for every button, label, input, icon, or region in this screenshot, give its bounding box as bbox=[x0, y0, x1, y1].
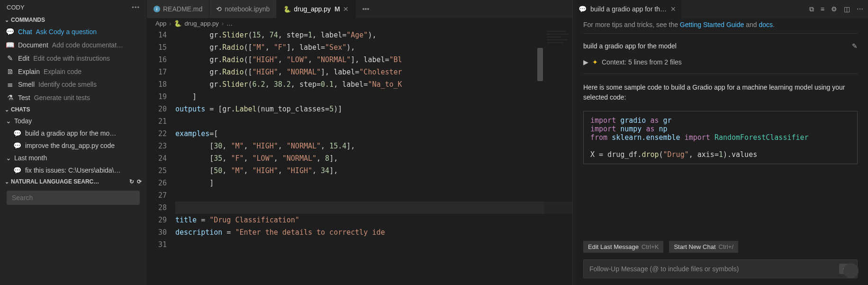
send-button[interactable] bbox=[843, 263, 859, 278]
chevron-right-icon: › bbox=[169, 20, 171, 27]
code-editor[interactable]: 141516171819202122232425262728293031 gr.… bbox=[147, 29, 572, 285]
edit-icon[interactable]: ✎ bbox=[852, 42, 858, 50]
tab-notebook-ipynb[interactable]: ⟲notebook.ipynb bbox=[209, 0, 277, 18]
code-line-22[interactable]: examples=[ bbox=[175, 128, 572, 140]
list-icon: ≣ bbox=[6, 80, 14, 89]
cody-body: For more tips and tricks, see the Gettin… bbox=[573, 18, 868, 238]
code-line-29[interactable]: title = "Drug Classification" bbox=[175, 214, 572, 226]
breadcrumb[interactable]: App › 🐍 drug_app.py › … bbox=[147, 18, 572, 29]
commands-header[interactable]: ⌄ COMMANDS bbox=[0, 15, 146, 25]
chat-group-last-month[interactable]: ⌄Last month bbox=[0, 152, 146, 164]
command-smell[interactable]: ≣ Smell Identify code smells bbox=[0, 78, 146, 91]
refresh-icon[interactable]: ↻ bbox=[129, 178, 134, 185]
tab-README-md[interactable]: iREADME.md bbox=[147, 0, 209, 18]
scrollbar-thumb[interactable] bbox=[537, 48, 543, 81]
minimap[interactable] bbox=[544, 29, 572, 285]
chat-item[interactable]: 💬fix this issues: C:\Users\abida\… bbox=[0, 164, 146, 176]
play-icon: ▶ bbox=[583, 58, 588, 66]
code-line-30[interactable]: description = "Enter the details to corr… bbox=[175, 226, 572, 239]
chat-item[interactable]: 💬build a gradio app for the mo… bbox=[0, 127, 146, 139]
code-line-14[interactable]: gr.Slider(15, 74, step=1, label="Age"), bbox=[175, 29, 572, 41]
code-line-17[interactable]: gr.Radio(["HIGH", "NORMAL"], label="Chol… bbox=[175, 66, 572, 78]
code-line-20[interactable]: outputs = [gr.Label(num_top_classes=5)] bbox=[175, 103, 572, 115]
split-icon[interactable]: ◫ bbox=[844, 5, 850, 13]
code-body[interactable]: gr.Slider(15, 74, step=1, label="Age"), … bbox=[175, 29, 572, 285]
code-sample[interactable]: import gradio as gr import numpy as np f… bbox=[583, 111, 858, 164]
sidebar-header: CODY ••• bbox=[0, 0, 146, 15]
chat-item[interactable]: 💬improve the drug_app.py code bbox=[0, 139, 146, 152]
code-line-15[interactable]: gr.Radio(["M", "F"], label="Sex"), bbox=[175, 41, 572, 54]
code-line-24[interactable]: [35, "F", "LOW", "NORMAL", 8], bbox=[175, 152, 572, 165]
cmd-desc: Add code documentat… bbox=[52, 41, 123, 49]
cody-sidebar: CODY ••• ⌄ COMMANDS 💬 Chat Ask Cody a qu… bbox=[0, 0, 147, 285]
code-line-26[interactable]: ] bbox=[175, 177, 572, 189]
breadcrumb-1[interactable]: drug_app.py bbox=[184, 20, 218, 27]
chat-icon: 💬 bbox=[13, 129, 21, 137]
code-line-28[interactable] bbox=[175, 202, 572, 214]
commands-label: COMMANDS bbox=[11, 17, 45, 23]
search-input[interactable] bbox=[7, 191, 140, 205]
breadcrumb-2[interactable]: … bbox=[226, 20, 233, 27]
cody-chat-tab[interactable]: 💬 build a gradio app for th… ✕ bbox=[573, 0, 682, 18]
chat-icon: 💬 bbox=[13, 166, 21, 174]
code-line-23[interactable]: [30, "M", "HIGH", "NORMAL", 15.4], bbox=[175, 140, 572, 152]
cmd-desc: Ask Cody a question bbox=[36, 28, 97, 36]
book-icon: 📖 bbox=[6, 41, 14, 49]
code-line-25[interactable]: [50, "M", "HIGH", "HIGH", 34], bbox=[175, 165, 572, 177]
chat-group-today[interactable]: ⌄Today bbox=[0, 115, 146, 127]
code-line-16[interactable]: gr.Radio(["HIGH", "LOW", "NORMAL"], labe… bbox=[175, 54, 572, 66]
chevron-down-icon: ⌄ bbox=[5, 107, 9, 113]
search-header[interactable]: ⌄ NATURAL LANGUAGE SEARC… ↻ ⟳ bbox=[0, 176, 146, 187]
tab-overflow-icon[interactable]: ••• bbox=[356, 5, 376, 13]
more-icon[interactable]: ••• bbox=[132, 4, 140, 11]
command-edit[interactable]: ✎ Edit Edit code with instructions bbox=[0, 52, 146, 65]
followup-placeholder: Follow-Up Message (@ to include files or… bbox=[589, 265, 739, 273]
sparkle-icon: ✦ bbox=[592, 58, 598, 66]
code-line-31[interactable] bbox=[175, 239, 572, 251]
cody-actions: Edit Last Message Ctrl+K Start New Chat … bbox=[573, 238, 868, 256]
chats-header[interactable]: ⌄ CHATS bbox=[0, 104, 146, 115]
breadcrumb-0[interactable]: App bbox=[155, 20, 166, 27]
python-icon: 🐍 bbox=[174, 20, 181, 27]
cmd-title: Chat bbox=[18, 28, 32, 36]
cmd-desc: Identify code smells bbox=[38, 81, 97, 88]
start-new-chat-button[interactable]: Start New Chat Ctrl+/ bbox=[669, 241, 738, 253]
cody-panel-header: 💬 build a gradio app for th… ✕ ⧉ ≡ ⚙ ◫ ⋯ bbox=[573, 0, 868, 18]
context-text: Context: 5 lines from 2 files bbox=[602, 58, 682, 66]
close-icon[interactable]: ✕ bbox=[670, 5, 676, 13]
more-icon[interactable]: ⋯ bbox=[857, 5, 863, 13]
sync-icon[interactable]: ⟳ bbox=[137, 178, 142, 185]
modified-indicator: M bbox=[335, 5, 340, 13]
docs-link[interactable]: docs bbox=[759, 21, 773, 28]
command-test[interactable]: ⚗ Test Generate unit tests bbox=[0, 91, 146, 104]
chats-label: CHATS bbox=[11, 106, 30, 113]
code-line-27[interactable] bbox=[175, 189, 572, 202]
edit-last-message-button[interactable]: Edit Last Message Ctrl+K bbox=[583, 241, 663, 253]
command-chat[interactable]: 💬 Chat Ask Cody a question bbox=[0, 25, 146, 38]
cody-panel: 💬 build a gradio app for th… ✕ ⧉ ≡ ⚙ ◫ ⋯… bbox=[572, 0, 868, 285]
beaker-icon: ⚗ bbox=[6, 93, 14, 102]
code-line-19[interactable]: ] bbox=[175, 91, 572, 103]
cmd-desc: Edit code with instructions bbox=[33, 55, 110, 62]
code-line-18[interactable]: gr.Slider(6.2, 38.2, step=0.1, label="Na… bbox=[175, 78, 572, 91]
cmd-title: Explain bbox=[18, 68, 40, 75]
cmd-desc: Explain code bbox=[44, 68, 81, 75]
close-icon[interactable]: ✕ bbox=[343, 5, 349, 13]
followup-input[interactable]: Follow-Up Message (@ to include files or… bbox=[583, 259, 858, 278]
prompt-text: build a gradio app for the model bbox=[583, 42, 677, 50]
code-line-21[interactable] bbox=[175, 115, 572, 128]
cmd-desc: Generate unit tests bbox=[34, 94, 90, 101]
context-row[interactable]: ▶ ✦ Context: 5 lines from 2 files bbox=[583, 58, 858, 74]
new-chat-icon[interactable]: ⧉ bbox=[809, 5, 814, 13]
list-icon[interactable]: ≡ bbox=[821, 5, 824, 13]
tab-drug_app-py[interactable]: 🐍drug_app.pyM✕ bbox=[277, 0, 356, 18]
getting-started-link[interactable]: Getting Started Guide bbox=[680, 21, 744, 28]
tab-bar: iREADME.md⟲notebook.ipynb🐍drug_app.pyM✕ … bbox=[147, 0, 572, 18]
command-document[interactable]: 📖 Document Add code documentat… bbox=[0, 38, 146, 52]
gear-icon[interactable]: ⚙ bbox=[831, 5, 837, 13]
hint-text: For more tips and tricks, see the Gettin… bbox=[583, 21, 858, 34]
cmd-title: Test bbox=[18, 94, 30, 101]
sync-icon: ⟲ bbox=[216, 5, 222, 13]
command-explain[interactable]: 🗎 Explain Explain code bbox=[0, 65, 146, 78]
chevron-down-icon: ⌄ bbox=[6, 117, 11, 125]
